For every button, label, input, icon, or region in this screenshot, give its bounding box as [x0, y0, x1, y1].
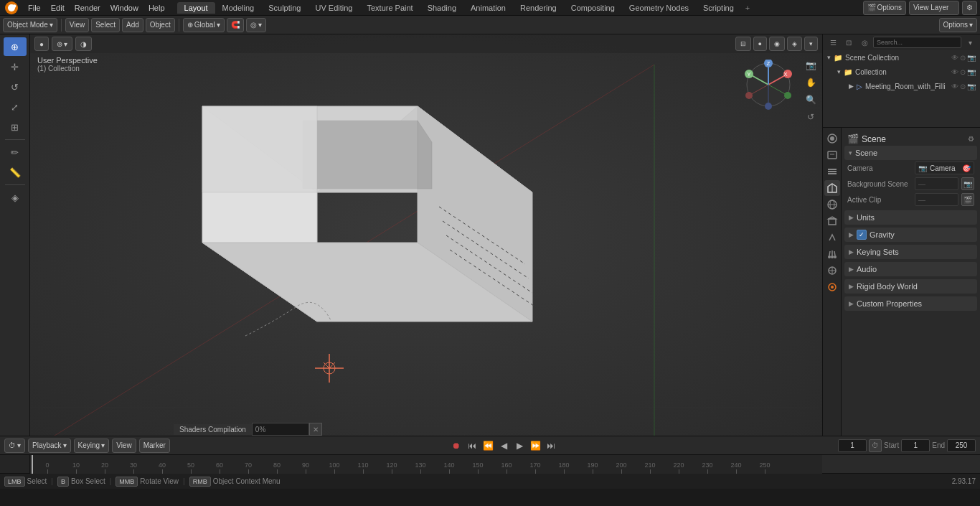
props-tab-particles[interactable] — [824, 246, 840, 262]
rotate-tool[interactable]: ↺ — [4, 78, 27, 96]
camera-value[interactable]: 📷 Camera 🎯 — [915, 161, 974, 174]
shading-wireframe[interactable]: ⊟ — [735, 37, 751, 51]
outliner-highlight-btn[interactable]: ◎ — [857, 36, 872, 49]
annotate-tool[interactable]: ✏ — [4, 143, 27, 161]
record-btn[interactable]: ⏺ — [449, 439, 463, 453]
outliner-item-scene-collection[interactable]: ▾ 📁 Scene Collection 👁 ⊙ 📷 — [823, 50, 980, 65]
menu-render[interactable]: Render — [70, 2, 105, 14]
select-menu-btn[interactable]: Select — [91, 18, 120, 32]
view-timeline-menu[interactable]: View — [112, 439, 136, 453]
view-zoom[interactable]: 🔍 — [801, 92, 820, 108]
playback-menu[interactable]: Playback ▾ — [28, 439, 71, 453]
audio-section-header[interactable]: ▶ Audio — [844, 262, 977, 276]
view-layer-selector[interactable]: View Layer — [909, 1, 959, 15]
measure-tool[interactable]: 📏 — [4, 163, 27, 182]
cursor-tool[interactable]: ⊕ — [4, 37, 27, 56]
outliner-item-collection[interactable]: ▾ 📁 Collection 👁 ⊙ 📷 — [823, 65, 980, 79]
props-tab-view-layer[interactable] — [824, 164, 840, 179]
tab-geometry-nodes[interactable]: Geometry Nodes — [622, 2, 696, 14]
active-clip-value[interactable]: — — [915, 193, 958, 206]
props-tab-render[interactable] — [824, 131, 840, 146]
add-menu-btn[interactable]: Add — [122, 18, 143, 32]
scene-section-header[interactable]: ▾ Scene — [844, 146, 977, 160]
add-workspace-tab[interactable]: + — [741, 2, 754, 14]
view-menu-btn[interactable]: View — [65, 18, 90, 32]
tab-shading[interactable]: Shading — [420, 2, 463, 14]
play-btn[interactable]: ▶ — [512, 439, 527, 453]
props-tab-output[interactable] — [824, 147, 840, 163]
shading-settings[interactable]: ▾ — [804, 37, 818, 51]
navigation-gizmo[interactable]: X Y Z — [743, 60, 793, 110]
marker-menu[interactable]: Marker — [139, 439, 170, 453]
transform-tool[interactable]: ⊞ — [4, 118, 27, 136]
menu-file[interactable]: File — [23, 2, 46, 14]
move-tool[interactable]: ✛ — [4, 57, 27, 76]
keying-sets-header[interactable]: ▶ Keying Sets — [844, 245, 977, 259]
bg-scene-picker[interactable]: 📷 — [961, 177, 974, 190]
outliner-search-input[interactable] — [873, 37, 961, 48]
snap-btn[interactable]: 🧲 — [227, 18, 244, 32]
object-mode-selector[interactable]: Object Mode ▾ — [3, 18, 57, 32]
render-engines-btn[interactable]: ⚙ — [962, 1, 977, 15]
object-menu-btn[interactable]: Object — [146, 18, 175, 32]
tab-texture-paint[interactable]: Texture Paint — [359, 2, 420, 14]
props-tab-modifiers[interactable] — [824, 230, 840, 245]
view-hand[interactable]: ✋ — [801, 75, 820, 90]
start-frame-input[interactable] — [901, 439, 930, 452]
view-camera[interactable]: 📷 — [801, 57, 820, 73]
add-object-tool[interactable]: ◈ — [4, 188, 27, 207]
scene-selector[interactable]: 🎬 Options — [863, 1, 906, 15]
step-fwd-btn[interactable]: ⏩ — [528, 439, 542, 453]
props-tab-object[interactable] — [824, 213, 840, 229]
keying-menu[interactable]: Keying ▾ — [74, 439, 110, 453]
viewport-shading-solid[interactable]: ● — [34, 37, 49, 51]
timeline-editor-type[interactable]: ⏱ ▾ — [4, 439, 25, 453]
timeline-ruler[interactable]: 0 10 20 30 40 50 60 70 80 90 100 110 120… — [30, 455, 822, 474]
bg-scene-value[interactable]: — — [915, 177, 958, 190]
props-scene-options[interactable]: ⚙ — [968, 135, 974, 143]
transform-global-btn[interactable]: ⊕ Global ▾ — [183, 18, 225, 32]
gravity-section-header[interactable]: ▶ ✓ Gravity — [844, 228, 977, 242]
jump-start-btn[interactable]: ⏮ — [465, 439, 479, 453]
rigid-body-header[interactable]: ▶ Rigid Body World — [844, 279, 977, 294]
tab-compositing[interactable]: Compositing — [564, 2, 622, 14]
active-clip-picker[interactable]: 🎬 — [961, 193, 974, 206]
outliner-filter-type[interactable]: ▾ — [963, 36, 977, 49]
shading-material[interactable]: ◉ — [769, 37, 785, 51]
props-tab-physics[interactable] — [824, 263, 840, 278]
viewport-3d[interactable]: X Y Z ● — [30, 34, 822, 436]
menu-window[interactable]: Window — [105, 2, 143, 14]
tab-animation[interactable]: Animation — [463, 2, 513, 14]
scale-tool[interactable]: ⤢ — [4, 98, 27, 116]
jump-end-btn[interactable]: ⏭ — [544, 439, 558, 453]
tab-layout[interactable]: Layout — [177, 2, 215, 14]
tab-scripting[interactable]: Scripting — [696, 2, 741, 14]
proportional-edit-btn[interactable]: ◎ ▾ — [246, 18, 266, 32]
props-tab-material[interactable] — [824, 279, 840, 295]
end-frame-input[interactable] — [947, 439, 976, 452]
tab-sculpting[interactable]: Sculpting — [261, 2, 308, 14]
gravity-checkbox[interactable]: ✓ — [857, 230, 867, 240]
options-btn[interactable]: Options ▾ — [939, 18, 977, 32]
current-frame-input[interactable] — [838, 439, 867, 452]
custom-props-header[interactable]: ▶ Custom Properties — [844, 296, 977, 311]
menu-help[interactable]: Help — [143, 2, 170, 14]
outliner-item-mesh[interactable]: ▶ ▷ Meeting_Room_with_Filli 👁 ⊙ 📷 — [823, 79, 980, 93]
tab-uv-editing[interactable]: UV Editing — [308, 2, 359, 14]
step-back-btn[interactable]: ⏪ — [481, 439, 495, 453]
props-tab-world[interactable] — [824, 197, 840, 212]
outliner-sync-btn[interactable]: ⊡ — [842, 36, 856, 49]
view-rotate[interactable]: ↺ — [801, 109, 820, 125]
outliner-filter-btn[interactable]: ☰ — [826, 36, 840, 49]
units-section-header[interactable]: ▶ Units — [844, 210, 977, 225]
shader-close-btn[interactable]: ✕ — [309, 423, 322, 436]
play-back-btn[interactable]: ◀ — [496, 439, 511, 453]
shading-solid[interactable]: ● — [753, 37, 767, 51]
props-tab-scene[interactable] — [824, 180, 840, 196]
camera-select-btn[interactable]: 🎯 — [962, 164, 971, 172]
shading-rendered[interactable]: ◈ — [787, 37, 802, 51]
viewport-overlay-btn[interactable]: ⊚ ▾ — [52, 37, 72, 51]
tab-rendering[interactable]: Rendering — [513, 2, 564, 14]
tab-modeling[interactable]: Modeling — [215, 2, 262, 14]
viewport-xray-btn[interactable]: ◑ — [75, 37, 92, 51]
